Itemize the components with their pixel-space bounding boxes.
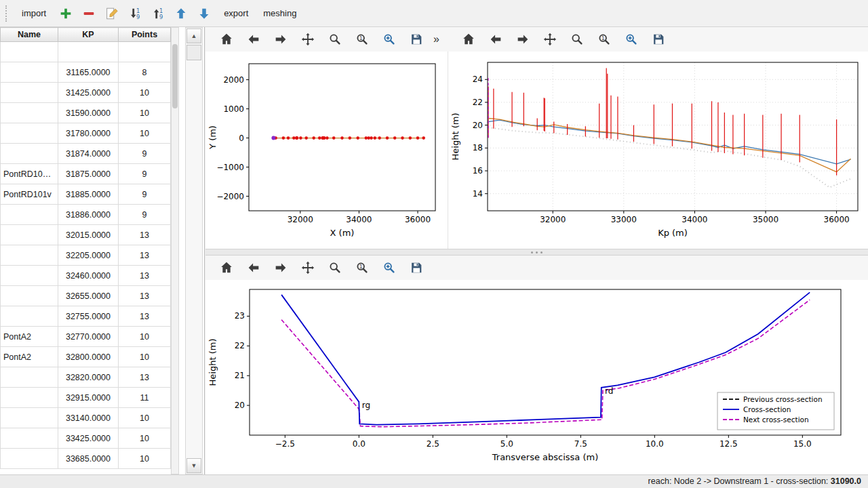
cell-kp: 32655.0000 xyxy=(58,286,119,306)
column-header-kp[interactable]: KP xyxy=(58,28,119,42)
save-button[interactable] xyxy=(405,29,428,49)
pan-button[interactable] xyxy=(296,258,319,278)
svg-text:36000: 36000 xyxy=(824,215,850,224)
meshing-button[interactable]: meshing xyxy=(257,5,302,22)
table-row[interactable]: 32655.000013 xyxy=(1,286,171,306)
cell-name: PontRD101v xyxy=(1,184,58,205)
zoom-one-button[interactable] xyxy=(351,258,374,278)
panel-scrollbar-thumb[interactable] xyxy=(186,45,201,60)
scroll-down-button[interactable]: ▼ xyxy=(186,458,201,473)
table-row[interactable]: PontA232770.000010 xyxy=(1,327,171,347)
table-row[interactable]: 33685.000010 xyxy=(1,449,171,469)
move-down-button[interactable] xyxy=(193,3,215,24)
save-button[interactable] xyxy=(405,258,428,278)
cross-section-figure: −2.50.02.55.07.510.012.515.020212223Tran… xyxy=(205,280,868,474)
cell-name xyxy=(1,144,58,164)
status-cross-section-value: 31090.0 xyxy=(831,476,861,486)
zoom-one-button[interactable] xyxy=(593,29,616,49)
panel-scrollbar[interactable]: ▲ ▼ xyxy=(185,27,203,474)
column-header-points[interactable]: Points xyxy=(119,28,171,42)
cell-kp: 32205.0000 xyxy=(58,245,119,266)
cross-section-plot[interactable]: −2.50.02.55.07.510.012.515.020212223Tran… xyxy=(205,280,868,474)
zoom-plus-icon xyxy=(624,32,639,47)
table-row[interactable]: 32205.000013 xyxy=(1,245,171,266)
table-row[interactable]: 32755.000013 xyxy=(1,306,171,327)
cell-points: 13 xyxy=(119,225,171,245)
cell-points: 10 xyxy=(119,449,171,469)
edit-button[interactable] xyxy=(101,3,123,24)
table-scrollbar[interactable] xyxy=(171,27,179,474)
table-row[interactable]: 31590.000010 xyxy=(1,103,171,123)
toolbar-overflow-chevron[interactable]: » xyxy=(433,33,439,45)
table-row[interactable]: 31874.00009 xyxy=(1,144,171,164)
forward-button[interactable] xyxy=(269,29,292,49)
mpl-toolbar xyxy=(448,29,868,49)
back-button[interactable] xyxy=(484,29,507,49)
home-button[interactable] xyxy=(215,258,238,278)
forward-button[interactable] xyxy=(269,258,292,278)
save-button[interactable] xyxy=(647,29,670,49)
export-button[interactable]: export xyxy=(218,5,254,22)
back-button[interactable] xyxy=(242,258,265,278)
zoom-button[interactable] xyxy=(566,29,589,49)
home-button[interactable] xyxy=(215,29,238,49)
zoom-one-button[interactable] xyxy=(351,29,374,49)
zoom-button[interactable] xyxy=(323,29,347,49)
table-row[interactable]: 31425.000010 xyxy=(1,83,171,103)
table-row[interactable]: 33425.000010 xyxy=(1,428,171,449)
trajectory-plot[interactable]: 320003400036000−2000−1000010002000X (m)Y… xyxy=(205,52,448,249)
longitudinal-profile-plot[interactable]: 3200033000340003500036000141618202224Kp … xyxy=(448,52,868,249)
svg-text:32000: 32000 xyxy=(540,215,566,224)
zoom-one-icon xyxy=(355,32,370,47)
cell-name xyxy=(1,367,58,388)
home-button[interactable] xyxy=(457,29,480,49)
scroll-up-button[interactable]: ▲ xyxy=(186,28,201,43)
horizontal-splitter[interactable] xyxy=(205,249,868,256)
toolbar-drag-handle[interactable] xyxy=(5,5,10,22)
table-row[interactable]: 31165.00008 xyxy=(1,62,171,83)
table-row[interactable]: 32015.000013 xyxy=(1,225,171,245)
top-plot-toolbars: » xyxy=(205,27,868,52)
table-row[interactable]: PontRD101v31885.00009 xyxy=(1,184,171,205)
svg-text:1000: 1000 xyxy=(223,104,244,114)
splitter-dot xyxy=(536,251,538,253)
table-row[interactable]: 31090.00008 xyxy=(1,42,171,62)
zoom-icon xyxy=(328,32,342,47)
add-button[interactable] xyxy=(55,3,77,24)
table-row[interactable]: 32915.000011 xyxy=(1,388,171,408)
table-row[interactable]: 33140.000010 xyxy=(1,408,171,428)
svg-text:33000: 33000 xyxy=(611,215,637,224)
move-up-button[interactable] xyxy=(170,3,192,24)
column-header-name[interactable]: Name xyxy=(1,28,58,42)
table-row[interactable]: 32820.000013 xyxy=(1,367,171,388)
forward-button[interactable] xyxy=(511,29,534,49)
zoom-plus-button[interactable] xyxy=(378,258,401,278)
table-row[interactable]: PontRD10…31875.00009 xyxy=(1,164,171,184)
back-button[interactable] xyxy=(242,29,265,49)
svg-text:Transverse abscissa (m): Transverse abscissa (m) xyxy=(492,452,599,462)
forward-icon xyxy=(515,32,530,47)
svg-text:23: 23 xyxy=(235,311,245,321)
zoom-plus-button[interactable] xyxy=(378,29,401,49)
table-row[interactable]: 32460.000013 xyxy=(1,266,171,286)
cell-points: 8 xyxy=(119,62,171,83)
pan-button[interactable] xyxy=(296,29,319,49)
remove-button[interactable] xyxy=(78,3,100,24)
svg-text:14: 14 xyxy=(473,189,483,199)
import-button[interactable]: import xyxy=(16,5,52,22)
cell-kp: 32820.0000 xyxy=(58,367,119,388)
sort-descending-button[interactable] xyxy=(124,3,146,24)
splitter-dot xyxy=(531,251,533,253)
zoom-button[interactable] xyxy=(323,258,347,278)
table-scrollbar-thumb[interactable] xyxy=(172,44,178,108)
pan-button[interactable] xyxy=(538,29,561,49)
mpl-toolbar xyxy=(205,258,428,278)
svg-text:0: 0 xyxy=(239,134,244,143)
sort-ascending-button[interactable] xyxy=(147,3,169,24)
zoom-plus-button[interactable] xyxy=(620,29,643,49)
table-row[interactable]: 31780.000010 xyxy=(1,123,171,144)
cross-sections-table: Name KP Points 31090.0000831165.00008314… xyxy=(0,27,171,469)
table-row[interactable]: 31886.00009 xyxy=(1,205,171,225)
table-row[interactable]: PontA232800.000010 xyxy=(1,347,171,367)
cell-kp: 32460.0000 xyxy=(58,266,119,286)
